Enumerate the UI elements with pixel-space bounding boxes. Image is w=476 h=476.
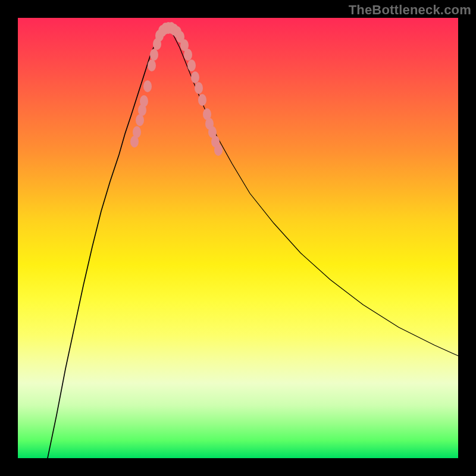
marker-point <box>214 144 223 156</box>
marker-point <box>136 114 144 126</box>
marker-point <box>140 95 148 107</box>
marker-point <box>191 71 199 83</box>
right-curve <box>168 29 458 356</box>
left-curve <box>48 29 168 458</box>
marker-point <box>133 126 141 138</box>
marker-point <box>195 82 203 94</box>
marker-point <box>187 60 196 71</box>
chart-frame: TheBottleneck.com <box>0 0 476 476</box>
marker-point <box>150 49 158 61</box>
marker-point <box>198 94 206 106</box>
marker-group <box>130 22 223 156</box>
chart-svg <box>18 18 458 458</box>
marker-point <box>143 80 152 92</box>
marker-point <box>184 49 192 61</box>
watermark-text: TheBottleneck.com <box>349 2 471 18</box>
marker-point <box>148 60 156 71</box>
